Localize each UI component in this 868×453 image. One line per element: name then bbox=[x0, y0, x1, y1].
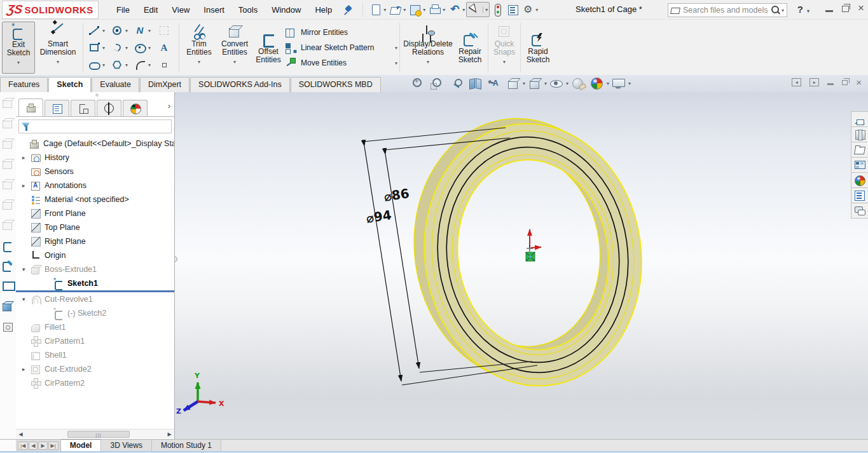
previous-view-icon[interactable] bbox=[448, 76, 464, 90]
manager-tab[interactable] bbox=[97, 100, 121, 116]
tree-item[interactable]: Material <not specified> bbox=[16, 193, 174, 206]
tree-item[interactable]: Fillet1 bbox=[16, 320, 174, 334]
dropdown-caret-icon[interactable]: ▾ bbox=[198, 58, 200, 66]
dropdown-caret-icon[interactable]: ▾ bbox=[102, 62, 105, 68]
dropdown-caret-icon[interactable]: ▾ bbox=[535, 7, 538, 13]
smart-dimension-button[interactable]: Smart Dimension ▾ bbox=[35, 22, 81, 74]
close-button[interactable]: × bbox=[858, 3, 864, 13]
tree-item[interactable]: Top Plane bbox=[16, 220, 174, 234]
expander-arrow-icon[interactable]: ▸ bbox=[22, 154, 31, 161]
task-pane-button[interactable] bbox=[851, 172, 868, 188]
restore-button[interactable] bbox=[842, 6, 849, 12]
search-box[interactable]: Search files and models ▾ bbox=[668, 3, 787, 17]
rectangle-icon[interactable] bbox=[88, 42, 100, 53]
dropdown-caret-icon[interactable]: ▾ bbox=[17, 58, 20, 67]
display-delete-relations-button[interactable]: Display/Delete Relations ▾ bbox=[402, 22, 454, 74]
search-scope-folder-icon[interactable] bbox=[671, 6, 680, 14]
undo-icon[interactable]: ↶ bbox=[448, 3, 461, 16]
file-explorer-icon[interactable] bbox=[854, 144, 865, 155]
search-dropdown-caret-icon[interactable]: ▾ bbox=[782, 8, 784, 13]
tree-item[interactable]: ▸ Cut-Extrude2 bbox=[16, 362, 174, 376]
home-icon[interactable] bbox=[854, 114, 865, 125]
dropdown-caret-icon[interactable]: ▾ bbox=[607, 81, 609, 86]
tree-item-label[interactable]: Cut-Extrude2 bbox=[45, 365, 92, 374]
displaymanager-icon[interactable] bbox=[130, 104, 141, 114]
expander-arrow-icon[interactable]: ▸ bbox=[22, 182, 31, 189]
mirror-entities-button[interactable]: Mirror Entities bbox=[284, 26, 397, 39]
tree-item-label[interactable]: Material <not specified> bbox=[45, 195, 129, 204]
offset-entities-button[interactable]: Offset Entities bbox=[252, 22, 284, 74]
select-cursor-icon[interactable] bbox=[468, 3, 481, 16]
performance-icon[interactable] bbox=[491, 3, 504, 16]
ribbon-tab[interactable]: DimXpert bbox=[140, 77, 189, 92]
tree-item[interactable]: Sensors bbox=[16, 165, 174, 179]
open-icon[interactable] bbox=[389, 3, 402, 16]
menu-item[interactable]: Edit bbox=[137, 3, 164, 17]
scroll-left-arrow-icon[interactable]: ◀ bbox=[16, 431, 25, 437]
task-pane-button[interactable] bbox=[851, 111, 868, 127]
design-library-icon[interactable] bbox=[854, 129, 865, 140]
dropdown-caret-icon[interactable]: ▾ bbox=[57, 58, 59, 66]
tree-item[interactable]: ▸ History bbox=[16, 151, 174, 165]
task-pane-button[interactable] bbox=[851, 157, 868, 173]
annotation-view-icon[interactable] bbox=[486, 76, 502, 90]
forum-icon[interactable] bbox=[854, 205, 865, 216]
help-caret-icon[interactable]: ▾ bbox=[807, 8, 809, 14]
expander-arrow-icon[interactable]: ▾ bbox=[22, 266, 31, 273]
dropdown-caret-icon[interactable]: ▾ bbox=[395, 60, 397, 66]
appearances-icon[interactable] bbox=[854, 175, 865, 186]
tree-item[interactable]: CirPattern2 bbox=[16, 376, 174, 390]
dropdown-caret-icon[interactable]: ▾ bbox=[523, 81, 525, 86]
dropdown-caret-icon[interactable]: ▾ bbox=[403, 7, 406, 13]
ellipse-icon[interactable] bbox=[134, 42, 146, 53]
tree-item[interactable]: ▾ Cut-Revolve1 bbox=[16, 292, 174, 306]
document-tab[interactable]: Motion Study 1 bbox=[152, 440, 221, 451]
graphics-viewport[interactable]: ⌀86 ⌀94 bbox=[175, 92, 868, 439]
pane-left-icon[interactable]: ◂ bbox=[792, 78, 801, 86]
filter-icon[interactable] bbox=[21, 121, 31, 132]
move-entities-button[interactable]: Move Entities ▾ bbox=[284, 57, 397, 69]
document-tab[interactable]: Model bbox=[61, 439, 102, 451]
task-pane-button[interactable] bbox=[851, 187, 868, 203]
tree-item[interactable]: Sketch1 bbox=[16, 276, 174, 292]
dropdown-caret-icon[interactable]: ▾ bbox=[102, 28, 105, 34]
dropdown-caret-icon[interactable]: ▾ bbox=[125, 28, 128, 34]
rapid-sketch-button[interactable]: Rapid Sketch bbox=[523, 22, 553, 74]
menu-item[interactable]: Insert bbox=[197, 3, 231, 17]
tree-item-label[interactable]: Shell1 bbox=[45, 351, 67, 360]
select-tool-button[interactable]: ▾ bbox=[466, 2, 490, 17]
dropdown-caret-icon[interactable]: ▾ bbox=[483, 7, 488, 13]
manager-tab[interactable] bbox=[18, 98, 43, 116]
dropdown-caret-icon[interactable]: ▾ bbox=[125, 45, 128, 51]
display-style-icon[interactable] bbox=[527, 76, 542, 90]
tab-nav-arrow-icon[interactable]: ▶| bbox=[48, 442, 59, 450]
dropdown-caret-icon[interactable]: ▾ bbox=[427, 58, 429, 66]
arc-icon[interactable] bbox=[111, 42, 123, 53]
repair-sketch-button[interactable]: Repair Sketch bbox=[454, 22, 486, 74]
dropdown-caret-icon[interactable]: ▾ bbox=[443, 7, 445, 13]
search-icon[interactable] bbox=[770, 5, 780, 15]
slot-icon[interactable] bbox=[88, 59, 100, 71]
tree-item-label[interactable]: Cage (Default<<Default>_Display State 1 bbox=[43, 139, 174, 148]
document-restore-button[interactable] bbox=[842, 80, 848, 85]
tree-item-label[interactable]: (-) Sketch2 bbox=[67, 309, 106, 318]
tree-item[interactable]: ▾ Boss-Extrude1 bbox=[16, 262, 174, 276]
view-palette-icon[interactable] bbox=[854, 159, 865, 170]
save-icon[interactable] bbox=[409, 3, 422, 16]
menu-item[interactable]: File bbox=[110, 3, 136, 17]
trim-entities-button[interactable]: Trim Entities ▾ bbox=[181, 22, 217, 74]
task-pane-button[interactable] bbox=[851, 142, 868, 158]
search-input[interactable]: Search files and models bbox=[683, 6, 770, 15]
tree-item[interactable]: Shell1 bbox=[16, 348, 174, 362]
apply-scene-icon[interactable] bbox=[589, 76, 605, 90]
menu-item[interactable]: Help bbox=[308, 3, 338, 17]
tab-nav-arrow-icon[interactable]: ◀ bbox=[29, 442, 38, 450]
featuremanager-icon[interactable] bbox=[25, 103, 37, 113]
tab-nav-arrow-icon[interactable]: ▶ bbox=[38, 442, 47, 450]
panel-drag-handle[interactable] bbox=[95, 93, 99, 97]
edit-appearance-icon[interactable] bbox=[570, 76, 586, 90]
ribbon-tab[interactable]: Evaluate bbox=[92, 77, 139, 92]
tree-item-label[interactable]: CirPattern1 bbox=[45, 337, 85, 346]
sketch-origin[interactable] bbox=[527, 229, 541, 252]
dropdown-caret-icon[interactable]: ▾ bbox=[125, 62, 128, 68]
